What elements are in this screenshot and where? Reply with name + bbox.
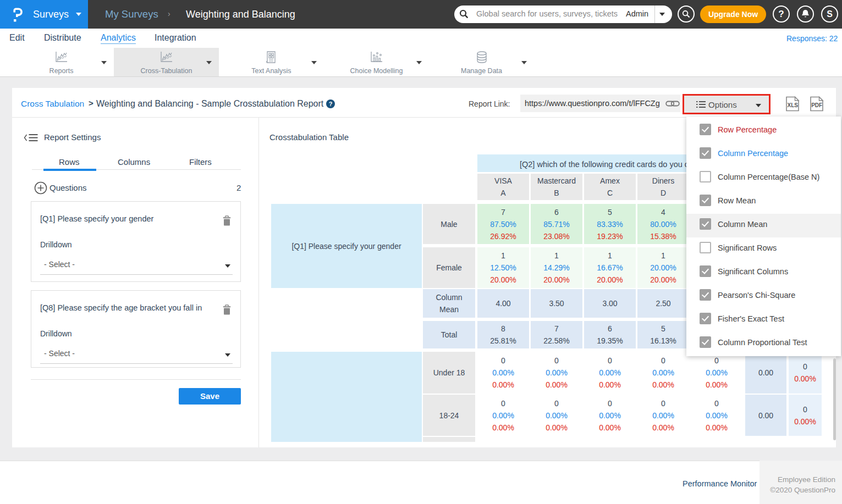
svg-text:PDF: PDF <box>811 102 822 108</box>
svg-text:XLS: XLS <box>788 102 799 108</box>
